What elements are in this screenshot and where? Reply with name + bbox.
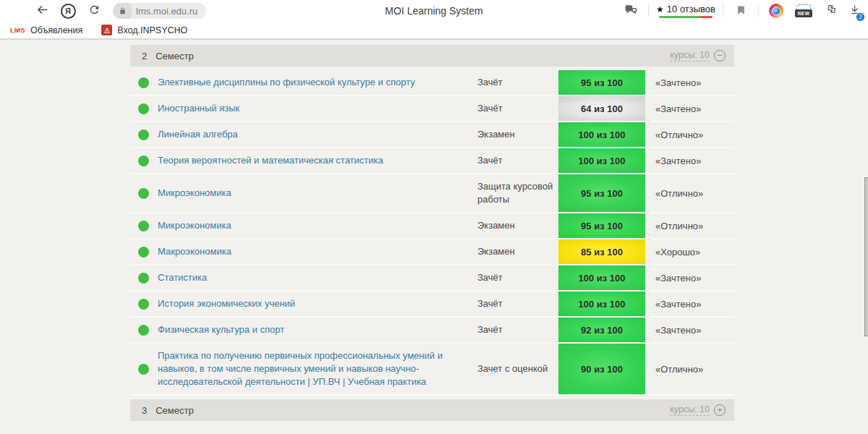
score-badge: 64 из 100 xyxy=(558,96,645,121)
collapse-section-icon[interactable]: − xyxy=(714,50,726,61)
status-dot-cell xyxy=(130,213,158,238)
exam-type: Экзамен xyxy=(477,219,515,232)
add-bookmark-button[interactable] xyxy=(731,1,751,20)
status-dot-cell xyxy=(130,174,158,212)
score-cell: 85 из 100 xyxy=(558,239,645,264)
course-name-cell: Элективные дисциплины по физической куль… xyxy=(158,70,477,95)
score-badge: 85 из 100 xyxy=(558,239,645,264)
exam-type: Зачёт xyxy=(477,271,503,284)
downloads-count-badge: 2 xyxy=(856,12,865,22)
bookmarks-bar: LMS Объявления Вход.INPSYCHO xyxy=(0,22,868,38)
chat-widget-button[interactable] xyxy=(621,1,641,20)
vertical-scrollbar-thumb[interactable] xyxy=(864,177,868,336)
course-status-dot-icon xyxy=(138,273,149,284)
courses-count-link[interactable]: курсы: 10 xyxy=(670,50,710,61)
exam-type-cell: Зачёт xyxy=(477,265,558,290)
score-badge: 95 из 100 xyxy=(558,174,645,212)
status-dot-cell xyxy=(130,265,158,290)
grade-row: Микроэкономика Экзамен 95 из 100 «Отличн… xyxy=(130,213,734,239)
course-link[interactable]: Теория вероятностей и математическая ста… xyxy=(158,154,383,167)
exam-type-cell: Защита курсовой работы xyxy=(477,174,558,212)
course-link[interactable]: История экономических учений xyxy=(158,297,295,310)
status-dot-cell xyxy=(130,344,158,394)
bookmark-announcements[interactable]: LMS Объявления xyxy=(10,25,82,35)
grade-row: Макроэкономика Экзамен 85 из 100 «Хорошо… xyxy=(130,239,734,265)
score-badge: 95 из 100 xyxy=(558,213,645,238)
course-status-dot-icon xyxy=(138,156,149,166)
back-arrow-icon xyxy=(35,3,49,19)
grade-cell: «Зачтено» xyxy=(645,96,734,121)
course-name-cell: Макроэкономика xyxy=(158,239,477,264)
course-link[interactable]: Микроэкономика xyxy=(158,187,231,200)
grade-cell: «Зачтено» xyxy=(645,148,734,173)
reviews-count-label: 10 отзывов xyxy=(667,4,715,14)
course-link[interactable]: Физическая культура и спорт xyxy=(158,323,284,336)
course-link[interactable]: Макроэкономика xyxy=(158,245,231,258)
collections-tag-icon xyxy=(825,4,838,19)
semester-label: Семестр xyxy=(156,51,193,61)
grade-cell: «Отлично» xyxy=(645,174,734,212)
grades-content: 2 Семестр курсы: 10 − Элективные дисципл… xyxy=(130,45,734,425)
course-link[interactable]: Микроэкономика xyxy=(158,219,231,232)
site-reviews-button[interactable]: ★ 10 отзывов xyxy=(656,4,715,18)
course-name-cell: Физическая культура и спорт xyxy=(158,318,477,342)
reload-button[interactable] xyxy=(84,1,104,20)
status-dot-cell xyxy=(130,148,158,173)
address-bar[interactable]: lms.moi.edu.ru xyxy=(113,3,206,19)
lms-page: 2 Семестр курсы: 10 − Элективные дисципл… xyxy=(0,40,868,434)
ssl-lock-icon[interactable] xyxy=(113,3,132,19)
score-cell: 100 из 100 xyxy=(558,265,645,290)
grade-cell: «Отлично» xyxy=(645,344,734,394)
star-icon: ★ xyxy=(656,4,664,14)
course-name-cell: История экономических учений xyxy=(158,292,477,316)
status-dot-cell xyxy=(130,292,158,316)
status-dot-cell xyxy=(130,239,158,264)
exam-type-cell: Экзамен xyxy=(477,239,558,264)
downloads-button[interactable]: 2 xyxy=(848,4,861,19)
grade-text: «Зачтено» xyxy=(655,103,701,114)
grade-row: Элективные дисциплины по физической куль… xyxy=(130,70,734,96)
score-cell: 92 из 100 xyxy=(558,318,645,342)
grade-row: Микроэкономика Защита курсовой работы 95… xyxy=(130,174,734,213)
exam-type-cell: Зачет с оценкой xyxy=(477,344,558,394)
exam-type-cell: Зачёт xyxy=(477,292,558,316)
grade-row: Физическая культура и спорт Зачёт 92 из … xyxy=(130,318,734,344)
exam-type: Зачёт xyxy=(477,154,503,167)
expand-section-icon[interactable]: + xyxy=(714,404,726,416)
course-name-cell: Микроэкономика xyxy=(158,174,477,212)
status-dot-cell xyxy=(130,122,158,147)
chat-bubbles-icon xyxy=(624,4,637,19)
grade-cell: «Отлично» xyxy=(645,122,734,147)
grade-cell: «Зачтено» xyxy=(645,70,734,95)
extension-color-button[interactable] xyxy=(766,1,786,20)
score-cell: 64 из 100 xyxy=(558,96,645,121)
course-link[interactable]: Практика по получению первичных професси… xyxy=(158,349,470,388)
grade-cell: «Зачтено» xyxy=(645,292,734,316)
screenshot-new-button[interactable]: NEW xyxy=(793,1,814,20)
semester-number: 3 xyxy=(142,405,147,416)
courses-count-link[interactable]: курсы: 10 xyxy=(670,404,710,416)
grade-row: Линейная алгебра Экзамен 100 из 100 «Отл… xyxy=(130,122,734,148)
exam-type: Зачёт xyxy=(477,102,503,115)
exam-type-cell: Зачёт xyxy=(477,148,558,173)
yandex-home-button[interactable]: Я xyxy=(58,1,78,20)
course-link[interactable]: Элективные дисциплины по физической куль… xyxy=(158,76,415,89)
course-status-dot-icon xyxy=(138,188,149,199)
course-status-dot-icon xyxy=(138,247,149,258)
toolbar-separator xyxy=(758,5,759,17)
browser-chrome: Я lms.moi.edu.ru MOI Learning System xyxy=(0,0,868,40)
course-link[interactable]: Статистика xyxy=(158,271,207,284)
toolbar-separator xyxy=(648,5,649,17)
bookmark-inpsycho[interactable]: Вход.INPSYCHO xyxy=(101,25,187,35)
course-status-dot-icon xyxy=(138,364,149,375)
back-button[interactable] xyxy=(32,1,52,20)
course-link[interactable]: Линейная алгебра xyxy=(158,128,238,141)
course-link[interactable]: Иностранный язык xyxy=(158,102,239,115)
grade-row: Статистика Зачёт 100 из 100 «Зачтено» xyxy=(130,265,734,292)
browser-toolbar: Я lms.moi.edu.ru MOI Learning System xyxy=(0,0,868,22)
collections-button[interactable] xyxy=(821,1,841,20)
exam-type-cell: Зачёт xyxy=(477,96,558,121)
reload-icon xyxy=(88,4,101,18)
status-dot-cell xyxy=(130,70,158,95)
grade-text: «Зачтено» xyxy=(655,273,701,284)
